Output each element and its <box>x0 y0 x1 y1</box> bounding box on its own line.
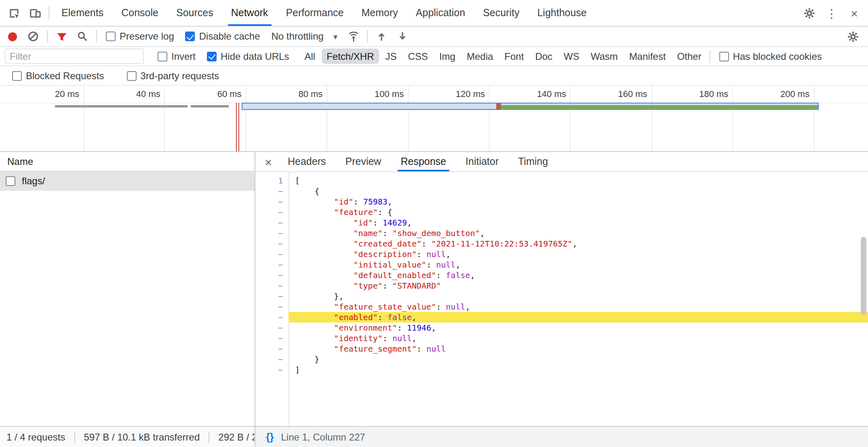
name-column-header[interactable]: Name <box>0 152 255 171</box>
code-line: − "created_date": "2021-11-12T10:22:53.4… <box>255 238 868 249</box>
requests-list-pane: Name flags/ <box>0 152 255 426</box>
details-tab-response[interactable]: Response <box>391 152 456 171</box>
filter-pill-css[interactable]: CSS <box>403 48 433 64</box>
checkbox-box[interactable] <box>185 32 195 41</box>
line-content: "description": null, <box>289 249 868 259</box>
filter-pill-doc[interactable]: Doc <box>530 48 557 64</box>
line-content: [ <box>289 175 868 186</box>
line-content: "feature_state_value": null, <box>289 302 868 312</box>
clear-network-log-icon[interactable] <box>23 26 44 47</box>
code-line: − } <box>255 354 868 365</box>
panel-tabs: ElementsConsoleSourcesNetworkPerformance… <box>53 0 596 26</box>
line-content: "id": 14629, <box>289 217 868 228</box>
tab-network[interactable]: Network <box>222 0 277 26</box>
tab-performance[interactable]: Performance <box>277 0 352 26</box>
network-overview-timeline[interactable]: 20 ms40 ms60 ms80 ms100 ms120 ms140 ms16… <box>0 86 868 152</box>
timeline-gridline <box>246 86 246 151</box>
filter-pill-wasm[interactable]: Wasm <box>586 48 623 64</box>
line-gutter: − <box>255 344 289 354</box>
import-har-icon[interactable] <box>371 26 392 47</box>
timeline-gridline <box>570 86 571 151</box>
checkbox-box[interactable] <box>158 51 167 61</box>
filter-input[interactable] <box>5 48 144 64</box>
request-row-checkbox[interactable] <box>6 176 15 186</box>
has-blocked-cookies-checkbox[interactable]: Has blocked cookies <box>719 51 822 62</box>
line-content: "enabled": false, <box>289 312 868 323</box>
line-gutter: − <box>255 302 289 312</box>
has-blocked-cookies-label: Has blocked cookies <box>733 51 822 62</box>
filter-pill-ws[interactable]: WS <box>559 48 584 64</box>
network-settings-gear-icon[interactable] <box>842 26 863 47</box>
network-toolbar: Preserve log Disable cache No throttling… <box>0 27 868 47</box>
hide-data-urls-checkbox[interactable]: Hide data URLs <box>207 51 289 62</box>
request-details-tabbar: × HeadersPreviewResponseInitiatorTiming <box>255 152 868 172</box>
filter-pill-font[interactable]: Font <box>499 48 529 64</box>
filter-pill-js[interactable]: JS <box>381 48 402 64</box>
third-party-requests-checkbox[interactable]: 3rd-party requests <box>126 70 219 81</box>
filter-funnel-icon[interactable] <box>51 26 72 47</box>
timeline-gridline <box>651 86 652 151</box>
vertical-scrollbar[interactable] <box>861 237 866 315</box>
search-icon[interactable] <box>72 26 93 47</box>
inspect-element-icon[interactable] <box>3 2 24 23</box>
filter-pill-other[interactable]: Other <box>672 48 706 64</box>
line-content: "default_enabled": false, <box>289 270 868 280</box>
more-options-icon[interactable]: ⋮ <box>821 2 842 23</box>
toggle-device-toolbar-icon[interactable] <box>24 2 45 23</box>
tab-sources[interactable]: Sources <box>167 0 222 26</box>
preserve-log-checkbox[interactable]: Preserve log <box>106 31 174 42</box>
code-line: − "name": "show_demo_button", <box>255 228 868 238</box>
code-line: − }, <box>255 291 868 302</box>
response-code-viewer[interactable]: 1[− {− "id": 75983,− "feature": {− "id":… <box>255 172 868 426</box>
checkbox-box[interactable] <box>719 51 729 61</box>
record-network-log-icon[interactable] <box>8 32 17 41</box>
toolbar-divider <box>710 50 710 63</box>
throttling-dropdown[interactable]: No throttling ▾ <box>272 31 337 42</box>
filter-pill-media[interactable]: Media <box>462 48 498 64</box>
filter-pill-manifest[interactable]: Manifest <box>624 48 671 64</box>
filter-pill-all[interactable]: All <box>299 48 320 64</box>
details-tab-preview[interactable]: Preview <box>336 152 391 171</box>
tab-application[interactable]: Application <box>407 0 474 26</box>
timeline-tick-label: 80 ms <box>258 89 322 99</box>
line-gutter: − <box>255 196 289 207</box>
export-har-icon[interactable] <box>392 26 413 47</box>
details-tab-initiator[interactable]: Initiator <box>456 152 508 171</box>
blocked-requests-checkbox[interactable]: Blocked Requests <box>12 70 104 81</box>
line-gutter: − <box>255 249 289 259</box>
request-details-pane: × HeadersPreviewResponseInitiatorTiming … <box>255 152 868 426</box>
resource-type-filters: AllFetch/XHRJSCSSImgMediaFontDocWSWasmMa… <box>299 48 706 64</box>
tab-lighthouse[interactable]: Lighthouse <box>528 0 595 26</box>
pane-resize-handle[interactable] <box>255 152 255 447</box>
invert-checkbox[interactable]: Invert <box>158 51 196 62</box>
settings-gear-icon[interactable] <box>798 2 820 23</box>
close-details-icon[interactable]: × <box>259 155 278 169</box>
checkbox-box[interactable] <box>12 71 22 80</box>
filter-pill-img[interactable]: Img <box>434 48 460 64</box>
line-gutter: − <box>255 207 289 217</box>
timeline-gridline <box>489 86 490 151</box>
disable-cache-checkbox[interactable]: Disable cache <box>185 31 260 42</box>
tab-security[interactable]: Security <box>474 0 528 26</box>
tab-memory[interactable]: Memory <box>353 0 407 26</box>
tab-console[interactable]: Console <box>112 0 167 26</box>
checkbox-box[interactable] <box>207 51 217 61</box>
line-content: } <box>289 354 868 365</box>
checkbox-box[interactable] <box>106 32 116 41</box>
disable-cache-label: Disable cache <box>199 31 260 42</box>
code-line: − { <box>255 186 868 196</box>
checkbox-box[interactable] <box>126 71 136 80</box>
details-tab-headers[interactable]: Headers <box>278 152 336 171</box>
network-conditions-icon[interactable] <box>343 26 364 47</box>
tab-elements[interactable]: Elements <box>53 0 112 26</box>
filter-pill-fetch-xhr[interactable]: Fetch/XHR <box>322 48 379 64</box>
close-devtools-icon[interactable]: × <box>844 2 865 23</box>
timeline-tick-label: 200 ms <box>745 89 809 99</box>
code-line: 1[ <box>255 175 868 186</box>
devtools-window: ElementsConsoleSourcesNetworkPerformance… <box>0 0 868 447</box>
timeline-tick-label: 160 ms <box>583 89 647 99</box>
details-tab-timing[interactable]: Timing <box>508 152 558 171</box>
request-row-flags[interactable]: flags/ <box>0 171 255 191</box>
line-content: "type": "STANDARD" <box>289 280 868 291</box>
pretty-print-icon[interactable]: {} <box>266 431 274 443</box>
